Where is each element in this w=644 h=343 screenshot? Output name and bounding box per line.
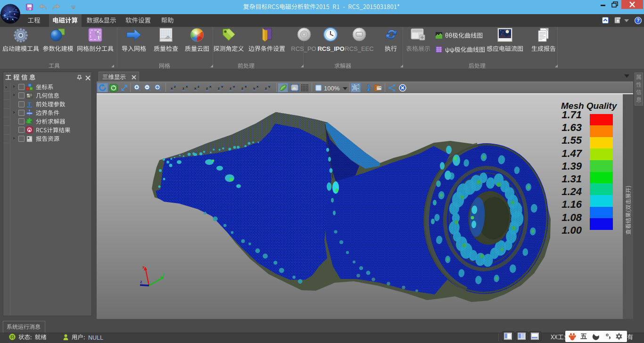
svg-text:x: x: [209, 84, 212, 89]
svg-text:x: x: [256, 84, 259, 89]
svg-text:v: v: [233, 84, 235, 89]
svg-text:z: z: [174, 84, 176, 89]
svg-text:x: x: [142, 265, 145, 270]
svg-text:z: z: [206, 86, 208, 90]
svg-text:z: z: [140, 279, 142, 284]
svg-text:v: v: [221, 84, 223, 89]
svg-text:x: x: [245, 84, 247, 89]
svg-text:x: x: [186, 84, 188, 89]
svg-text:T: T: [27, 101, 31, 107]
svg-text:z: z: [182, 86, 184, 90]
svg-text:z: z: [198, 84, 199, 89]
svg-text:v: v: [253, 86, 256, 90]
svg-text:v: v: [268, 84, 271, 89]
svg-text:?: ?: [636, 17, 639, 23]
svg-text:y: y: [162, 272, 165, 277]
svg-text:z: z: [265, 86, 267, 90]
svg-text:x: x: [194, 86, 197, 90]
svg-text:z: z: [218, 86, 220, 90]
svg-text:x: x: [171, 86, 173, 90]
svg-text:z: z: [230, 86, 231, 90]
svg-text:z: z: [241, 86, 243, 90]
